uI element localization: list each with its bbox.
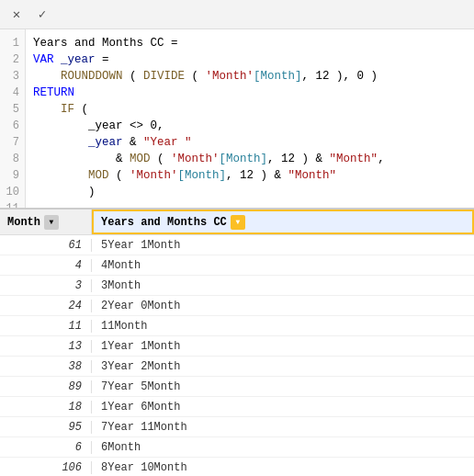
- line-number: 11: [0, 200, 25, 210]
- code-line: VAR _year =: [33, 51, 467, 68]
- line-number: 6: [0, 118, 25, 134]
- line-number: 4: [0, 85, 25, 101]
- line-number: 9: [0, 167, 25, 184]
- cell-month: 61: [0, 239, 92, 252]
- cell-years: 11Month: [92, 320, 474, 333]
- cell-month: 11: [0, 320, 92, 333]
- table-row[interactable]: 242Year 0Month: [0, 296, 474, 316]
- code-line: & MOD ( 'Month'[Month], 12 ) & "Month",: [33, 151, 467, 167]
- cell-years: 4Month: [92, 259, 474, 272]
- cell-month: 6: [0, 441, 92, 454]
- code-line: _year & "Year ": [33, 134, 467, 151]
- table-row[interactable]: 44Month: [0, 255, 474, 276]
- code-line: RETURN: [33, 85, 467, 101]
- cell-month: 89: [0, 380, 92, 393]
- table-row[interactable]: 897Year 5Month: [0, 377, 474, 397]
- code-content[interactable]: Years and Months CC =VAR _year = ROUNDDO…: [26, 29, 474, 208]
- table-row[interactable]: 181Year 6Month: [0, 397, 474, 417]
- cell-years: 1Year 6Month: [92, 401, 474, 414]
- line-number: 2: [0, 51, 25, 68]
- table-row[interactable]: 1111Month: [0, 316, 474, 336]
- cell-month: 24: [0, 300, 92, 312]
- cell-month: 95: [0, 421, 92, 434]
- cell-years: 2Year 0Month: [92, 300, 474, 312]
- line-number: 10: [0, 184, 25, 200]
- line-number: 5: [0, 101, 25, 118]
- table-row[interactable]: 66Month: [0, 437, 474, 458]
- cell-month: 3: [0, 279, 92, 292]
- cell-years: 1Year 1Month: [92, 340, 474, 353]
- code-editor: 1234567891011 Years and Months CC =VAR _…: [0, 29, 474, 210]
- toolbar: ✕ ✓: [0, 0, 474, 29]
- cell-years: 5Year 1Month: [92, 239, 474, 252]
- cell-years: 7Year 5Month: [92, 380, 474, 393]
- code-line: MOD ( 'Month'[Month], 12 ) & "Month": [33, 167, 467, 184]
- month-dropdown-icon[interactable]: ▼: [44, 215, 59, 230]
- col-years-label: Years and Months CC: [101, 216, 227, 229]
- table-row[interactable]: 1068Year 10Month: [0, 458, 474, 476]
- line-number: 3: [0, 68, 25, 85]
- cell-years: 7Year 11Month: [92, 421, 474, 434]
- cell-month: 18: [0, 401, 92, 414]
- cell-month: 13: [0, 340, 92, 353]
- cell-years: 6Month: [92, 441, 474, 454]
- table-area: Month ▼ Years and Months CC ▼ 615Year 1M…: [0, 210, 474, 476]
- line-number: 8: [0, 151, 25, 167]
- cell-month: 106: [0, 461, 92, 474]
- table-header: Month ▼ Years and Months CC ▼: [0, 210, 474, 235]
- table-body: 615Year 1Month44Month33Month242Year 0Mon…: [0, 235, 474, 476]
- col-years-header[interactable]: Years and Months CC ▼: [92, 210, 474, 234]
- cell-years: 3Year 2Month: [92, 360, 474, 373]
- code-line: IF (: [33, 101, 467, 118]
- cell-month: 4: [0, 259, 92, 272]
- code-line: _year <> 0,: [33, 118, 467, 134]
- code-line: Years and Months CC =: [33, 35, 467, 51]
- confirm-button[interactable]: ✓: [33, 6, 51, 24]
- table-row[interactable]: 131Year 1Month: [0, 336, 474, 357]
- col-month-label: Month: [7, 216, 40, 229]
- cell-years: 3Month: [92, 279, 474, 292]
- table-row[interactable]: 383Year 2Month: [0, 357, 474, 377]
- cell-month: 38: [0, 360, 92, 373]
- table-row[interactable]: 957Year 11Month: [0, 417, 474, 437]
- cell-years: 8Year 10Month: [92, 461, 474, 474]
- code-line: ROUNDDOWN ( DIVIDE ( 'Month'[Month], 12 …: [33, 68, 467, 85]
- years-dropdown-icon[interactable]: ▼: [231, 215, 245, 230]
- table-row[interactable]: 33Month: [0, 276, 474, 296]
- line-numbers: 1234567891011: [0, 29, 26, 208]
- cancel-button[interactable]: ✕: [7, 6, 26, 24]
- line-number: 1: [0, 35, 25, 51]
- col-month-header[interactable]: Month ▼: [0, 210, 92, 234]
- table-row[interactable]: 615Year 1Month: [0, 235, 474, 255]
- code-line: ): [33, 184, 467, 200]
- line-number: 7: [0, 134, 25, 151]
